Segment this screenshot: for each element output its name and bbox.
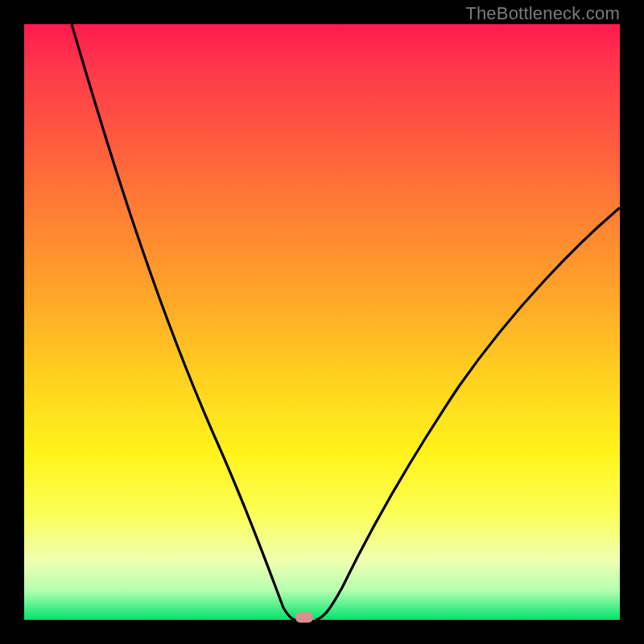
bottleneck-curve [24, 24, 620, 620]
curve-right-path [316, 208, 620, 620]
watermark-text: TheBottleneck.com [465, 3, 620, 24]
plot-area [24, 24, 620, 620]
optimum-marker [295, 613, 313, 623]
outer-frame: TheBottleneck.com [0, 0, 644, 644]
curve-left-path [72, 24, 306, 620]
